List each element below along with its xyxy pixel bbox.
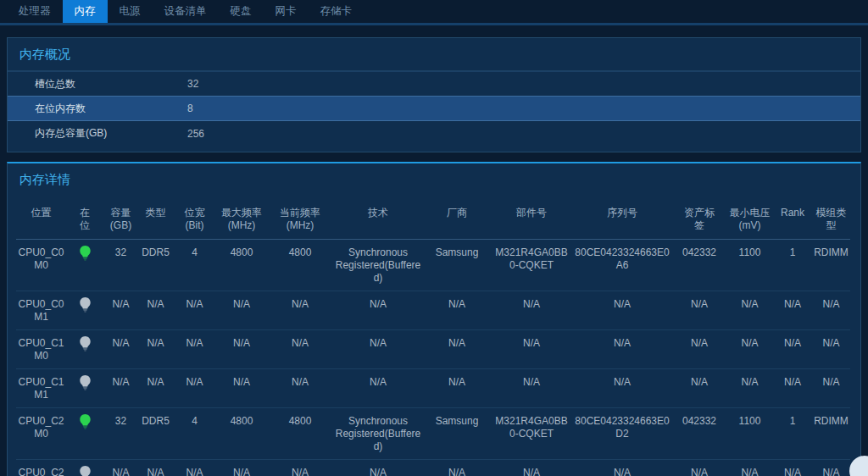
- memory-details-panel: 内存详情 位置在 位容量 (GB)类型位宽 (Bit)最大频率 (MHz)当前频…: [7, 162, 861, 476]
- tab-power[interactable]: 电源: [108, 0, 153, 23]
- memory-table-cell: N/A: [333, 291, 423, 330]
- lightbulb-off-icon: [80, 466, 91, 476]
- memory-table-column-header: 资产标 签: [672, 196, 726, 240]
- memory-table-column-header: 最大频率 (MHz): [216, 196, 267, 240]
- lightbulb-off-icon: [80, 336, 91, 351]
- memory-table-row[interactable]: CPU0_C1M1N/AN/AN/AN/AN/AN/AN/AN/AN/AN/AN…: [16, 369, 850, 408]
- memory-table-column-header: 当前频率 (MHz): [267, 196, 333, 240]
- memory-table-cell: N/A: [423, 330, 491, 369]
- memory-table-cell: N/A: [726, 330, 773, 369]
- lightbulb-off-icon: [80, 375, 91, 390]
- memory-table-cell: N/A: [138, 369, 173, 408]
- memory-table-cell: N/A: [103, 330, 138, 369]
- memory-table-cell: N/A: [103, 369, 138, 408]
- tab-storage-card[interactable]: 存储卡: [309, 0, 364, 23]
- memory-table-column-header: 类型: [138, 196, 173, 240]
- memory-page: 处理器内存电源设备清单硬盘网卡存储卡 内存概况 槽位总数32在位内存数8内存总容…: [0, 0, 868, 476]
- overview-row[interactable]: 在位内存数8: [8, 96, 860, 121]
- memory-table-cell: Synchronous Registered(Buffered): [333, 408, 423, 460]
- memory-table-column-header: 技术: [333, 196, 423, 240]
- memory-table-cell: 1100: [726, 240, 773, 291]
- memory-table-row[interactable]: CPU0_C0M032DDR5448004800Synchronous Regi…: [16, 240, 850, 291]
- memory-table-cell: RDIMM: [812, 408, 850, 460]
- memory-table-cell: 80CE0423324663E0D2: [572, 408, 672, 460]
- memory-table-cell: N/A: [726, 291, 773, 330]
- memory-presence-cell: [66, 330, 103, 369]
- memory-table-cell: N/A: [138, 291, 173, 330]
- memory-table-cell: N/A: [138, 460, 173, 476]
- memory-location-cell: CPU0_C2M1: [16, 460, 66, 476]
- memory-table-cell: N/A: [267, 369, 333, 408]
- memory-table-cell: N/A: [812, 369, 850, 408]
- memory-table-cell: N/A: [773, 330, 812, 369]
- tab-processor[interactable]: 处理器: [7, 0, 63, 23]
- memory-table-cell: N/A: [267, 291, 333, 330]
- memory-table-cell: N/A: [491, 291, 572, 330]
- memory-presence-cell: [66, 240, 103, 291]
- memory-table-cell: N/A: [333, 330, 423, 369]
- memory-table-column-header: 容量 (GB): [103, 196, 138, 240]
- memory-table-cell: N/A: [672, 369, 726, 408]
- memory-table-header: 位置在 位容量 (GB)类型位宽 (Bit)最大频率 (MHz)当前频率 (MH…: [16, 196, 850, 240]
- memory-table-cell: Samsung: [423, 408, 491, 460]
- memory-table-cell: 32: [103, 408, 138, 460]
- tab-hard-disk[interactable]: 硬盘: [219, 0, 264, 23]
- lightbulb-on-icon: [80, 414, 91, 429]
- memory-table-cell: N/A: [726, 460, 773, 476]
- memory-location-cell: CPU0_C0M0: [16, 240, 66, 291]
- memory-table-cell: N/A: [267, 330, 333, 369]
- memory-table-cell: N/A: [672, 291, 726, 330]
- memory-table-row[interactable]: CPU0_C2M1N/AN/AN/AN/AN/AN/AN/AN/AN/AN/AN…: [16, 460, 850, 476]
- tab-underline: [0, 23, 868, 25]
- overview-row-label: 槽位总数: [8, 77, 187, 91]
- memory-table-cell: N/A: [103, 460, 138, 476]
- memory-table-cell: N/A: [812, 330, 850, 369]
- memory-table-row[interactable]: CPU0_C1M0N/AN/AN/AN/AN/AN/AN/AN/AN/AN/AN…: [16, 330, 850, 369]
- memory-table-cell: N/A: [572, 330, 672, 369]
- memory-table-cell: N/A: [333, 369, 423, 408]
- memory-table-column-header: 厂商: [423, 196, 491, 240]
- memory-table-cell: N/A: [773, 460, 812, 476]
- memory-table-cell: N/A: [138, 330, 173, 369]
- memory-table-cell: 4800: [216, 408, 267, 460]
- memory-table-cell: N/A: [423, 369, 491, 408]
- memory-table-cell: N/A: [572, 460, 672, 476]
- memory-overview-panel: 内存概况 槽位总数32在位内存数8内存总容量(GB)256: [7, 37, 861, 152]
- memory-table-cell: 1: [773, 408, 812, 460]
- overview-row[interactable]: 内存总容量(GB)256: [8, 121, 860, 146]
- overview-panel-title: 内存概况: [8, 38, 860, 70]
- memory-table-row[interactable]: CPU0_C0M1N/AN/AN/AN/AN/AN/AN/AN/AN/AN/AN…: [16, 291, 850, 330]
- memory-table-cell: N/A: [726, 369, 773, 408]
- memory-table-cell: N/A: [267, 460, 333, 476]
- tab-bar: 处理器内存电源设备清单硬盘网卡存储卡: [0, 0, 868, 23]
- memory-table-column-header: 在 位: [66, 196, 103, 240]
- overview-row-label: 内存总容量(GB): [8, 126, 187, 141]
- tab-device-list[interactable]: 设备清单: [153, 0, 219, 23]
- memory-table-cell: N/A: [216, 460, 267, 476]
- memory-presence-cell: [66, 369, 103, 408]
- memory-table-cell: 4800: [216, 240, 267, 291]
- memory-table-cell: N/A: [491, 460, 572, 476]
- overview-row-label: 在位内存数: [8, 102, 187, 116]
- tab-network-card[interactable]: 网卡: [264, 0, 309, 23]
- memory-table-cell: 1: [773, 240, 812, 291]
- details-panel-title: 内存详情: [8, 163, 860, 196]
- memory-table-cell: N/A: [812, 460, 850, 476]
- memory-table-cell: N/A: [672, 460, 726, 476]
- memory-table-row[interactable]: CPU0_C2M032DDR5448004800Synchronous Regi…: [16, 408, 850, 460]
- lightbulb-on-icon: [80, 246, 91, 261]
- memory-table-cell: N/A: [423, 291, 491, 330]
- memory-table-cell: 042332: [672, 408, 726, 460]
- overview-row-value: 8: [187, 102, 193, 114]
- memory-table-column-header: 序列号: [572, 196, 672, 240]
- memory-table-cell: N/A: [333, 460, 423, 476]
- tab-memory[interactable]: 内存: [63, 0, 108, 23]
- memory-table-cell: N/A: [173, 369, 216, 408]
- overview-row[interactable]: 槽位总数32: [8, 71, 860, 96]
- lightbulb-off-icon: [80, 297, 91, 313]
- memory-table-cell: N/A: [173, 291, 216, 330]
- memory-table-header-row: 位置在 位容量 (GB)类型位宽 (Bit)最大频率 (MHz)当前频率 (MH…: [16, 196, 850, 240]
- memory-presence-cell: [66, 408, 103, 460]
- memory-table-column-header: Rank: [773, 196, 812, 240]
- memory-table-cell: 32: [103, 240, 138, 291]
